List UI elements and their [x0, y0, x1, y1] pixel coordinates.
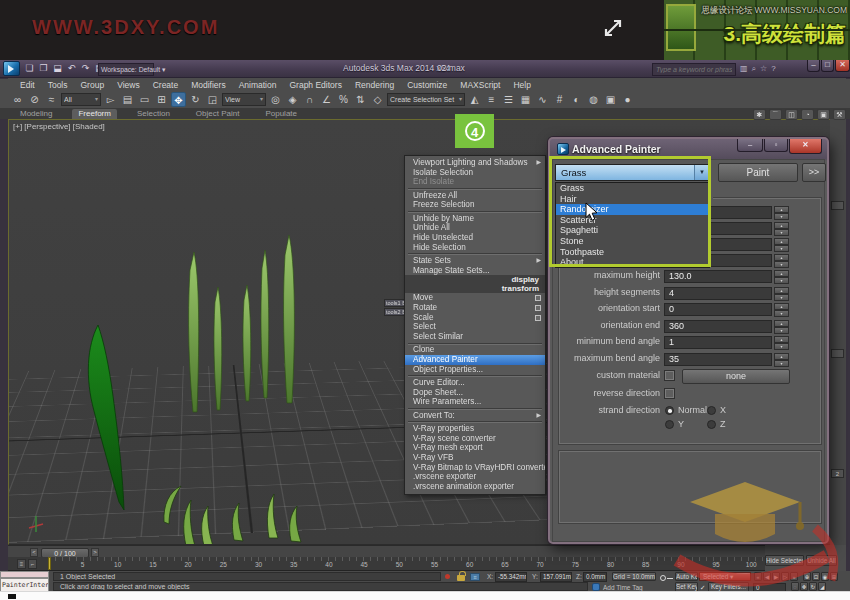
use-pivot-center-icon[interactable]: ◎ — [268, 92, 283, 107]
spin-up-icon[interactable]: ▴ — [774, 320, 789, 327]
quadmenu-item-v-ray-bitmap-to-vrayhdri-converter[interactable]: V-Ray Bitmap to VRayHDRI converter — [405, 463, 545, 473]
spin-down-icon[interactable]: ▾ — [774, 310, 789, 317]
tab-selection[interactable]: Selection — [131, 109, 176, 119]
menu-modifiers[interactable]: Modifiers — [191, 80, 225, 90]
spin-up-icon[interactable]: ▴ — [774, 353, 789, 360]
quadmenu-item-v-ray-mesh-export[interactable]: V-Ray mesh export — [405, 443, 545, 453]
dialog-close-button[interactable]: ✕ — [789, 139, 822, 154]
strand-y-radio[interactable] — [665, 420, 674, 429]
zoom-extents-icon[interactable]: ⊕ — [803, 572, 811, 581]
dialog-maximize-button[interactable]: ▫ — [764, 139, 788, 152]
track-bar[interactable]: ≡ ⌐ 510152025303540455055606570758085909… — [8, 557, 765, 571]
select-by-name-icon[interactable]: ▤ — [120, 92, 135, 107]
favorites-icon[interactable]: ☆ — [760, 62, 767, 76]
spin-down-icon[interactable]: ▾ — [774, 343, 789, 350]
open-file-icon[interactable]: ❐ — [38, 62, 49, 74]
spin-down-icon[interactable]: ▾ — [774, 245, 789, 252]
schematic-view-icon[interactable]: # — [552, 92, 567, 107]
workspace-dropdown[interactable]: Workspace: Default ▾ — [98, 63, 154, 76]
quadmenu-item-unhide-all[interactable]: Unhide All — [405, 223, 545, 233]
quadmenu-item-select-similar[interactable]: Select Similar — [405, 332, 545, 342]
maximum-bend-angle-field[interactable]: 35 — [664, 353, 772, 366]
quadmenu-item-unfreeze-all[interactable]: Unfreeze All — [405, 191, 545, 201]
spinner-snap-icon[interactable]: ⇅ — [353, 92, 368, 107]
selection-set-filter-dropdown[interactable]: Selected ▾ — [699, 572, 751, 582]
strand-normal-radio[interactable] — [665, 406, 674, 415]
spin-up-icon[interactable]: ▴ — [774, 206, 789, 213]
menu-create[interactable]: Create — [153, 80, 179, 90]
menu-edit[interactable]: Edit — [20, 80, 35, 90]
quadmenu-item-hide-unselected[interactable]: Hide Unselected — [405, 233, 545, 243]
settings-box-icon[interactable] — [535, 295, 541, 301]
quadmenu-item-v-ray-properties[interactable]: V-Ray properties — [405, 424, 545, 434]
spin-up-icon[interactable]: ▴ — [774, 254, 789, 261]
spin-up-icon[interactable]: ▴ — [774, 270, 789, 277]
coord-y-field[interactable]: 157.091mm — [540, 572, 572, 582]
quadmenu-item-v-ray-vfb[interactable]: V-Ray VFB — [405, 453, 545, 463]
quadmenu-item-clone[interactable]: Clone — [405, 345, 545, 355]
layer-manager-icon[interactable]: ☰ — [501, 92, 516, 107]
quadmenu-item-v-ray-scene-converter[interactable]: V-Ray scene converter — [405, 434, 545, 444]
tab-modeling[interactable]: Modeling — [14, 109, 58, 119]
custom-material-checkbox[interactable] — [664, 370, 675, 381]
selection-filter-dropdown[interactable]: All▾ — [61, 93, 101, 106]
redo-icon[interactable]: ↷ — [80, 62, 91, 74]
spin-down-icon[interactable]: ▾ — [774, 213, 789, 220]
undo-icon[interactable]: ↶ — [66, 62, 77, 74]
maximum-height-spinner[interactable]: ▴▾ — [774, 270, 789, 283]
modify-tab-icon[interactable]: ⌒ — [769, 109, 782, 120]
spin-down-icon[interactable]: ▾ — [774, 261, 789, 268]
search-icon[interactable]: ⌕ — [752, 62, 756, 76]
help-icon[interactable]: ? — [771, 62, 775, 76]
display-tab-icon[interactable]: ▣ — [817, 109, 830, 120]
quadmenu-item-select[interactable]: Select — [405, 322, 545, 332]
select-and-manipulate-icon[interactable]: ◈ — [285, 92, 300, 107]
rendered-frame-icon[interactable]: ▣ — [603, 92, 618, 107]
quadmenu-item-viewport-lighting-and-shadows[interactable]: Viewport Lighting and Shadows▶ — [405, 158, 545, 168]
minimum-bend-angle-field[interactable]: 1 — [664, 336, 772, 349]
play-button[interactable]: ▶ — [772, 572, 780, 581]
quadmenu-item-rotate[interactable]: Rotate — [405, 303, 545, 313]
expand-dialog-button[interactable]: >> — [802, 163, 826, 182]
maxscript-mini-listener-pink[interactable] — [0, 571, 49, 578]
field-of-view-icon[interactable]: ◉ — [821, 572, 829, 581]
menu-tools[interactable]: Tools — [48, 80, 68, 90]
hidden-param-spinner[interactable]: ▴▾ — [774, 254, 789, 267]
select-and-rotate-icon[interactable]: ↻ — [188, 92, 203, 107]
menu-rendering[interactable]: Rendering — [355, 80, 394, 90]
min-max-toggle-icon[interactable]: ◢ — [818, 582, 826, 591]
isolate-toggle-icon[interactable] — [445, 574, 450, 579]
spin-down-icon[interactable]: ▾ — [774, 294, 789, 301]
reverse-direction-checkbox[interactable] — [664, 388, 675, 399]
minimum-bend-angle-spinner[interactable]: ▴▾ — [774, 336, 789, 349]
quadmenu-item-convert-to[interactable]: Convert To:▶ — [405, 411, 545, 421]
minimize-button[interactable]: – — [807, 60, 820, 72]
snaps-toggle-icon[interactable]: ∩ — [302, 92, 317, 107]
quadmenu-item-vrscene-animation-exporter[interactable]: .vrscene animation exporter — [405, 482, 545, 492]
quadmenu-item-advanced-painter[interactable]: Advanced Painter — [405, 355, 545, 365]
orientation-start-spinner[interactable]: ▴▾ — [774, 303, 789, 316]
spin-up-icon[interactable]: ▴ — [774, 222, 789, 229]
menu-graph-editors[interactable]: Graph Editors — [289, 80, 341, 90]
previous-frame-arrow[interactable]: < — [30, 548, 38, 557]
hidden-param-spinner[interactable]: ▴▾ — [774, 222, 789, 235]
height-segments-spinner[interactable]: ▴▾ — [774, 287, 789, 300]
menu-help[interactable]: Help — [513, 80, 530, 90]
go-to-start-button[interactable]: « — [754, 572, 762, 581]
communication-center-icon[interactable]: ▥ — [740, 62, 748, 76]
select-and-scale-icon[interactable]: ◲ — [205, 92, 220, 107]
motion-tab-icon[interactable]: ◔ — [801, 109, 814, 120]
material-none-button[interactable]: none — [682, 369, 790, 384]
current-frame-marker[interactable] — [48, 557, 51, 570]
tab-object-paint[interactable]: Object Paint — [190, 109, 246, 119]
time-tag-icon[interactable] — [592, 583, 600, 591]
create-tab-icon[interactable]: ✱ — [753, 109, 766, 120]
tab-populate[interactable]: Populate — [259, 109, 303, 119]
time-slider-handle[interactable]: 0 / 100 — [41, 548, 89, 558]
hidden-param-spinner[interactable]: ▴▾ — [774, 206, 789, 219]
orientation-end-spinner[interactable]: ▴▾ — [774, 320, 789, 333]
mirror-icon[interactable]: ◭ — [467, 92, 482, 107]
zoom-icon[interactable]: ◌ — [791, 582, 799, 591]
quadmenu-item-isolate-selection[interactable]: Isolate Selection — [405, 168, 545, 178]
spin-down-icon[interactable]: ▾ — [774, 327, 789, 334]
